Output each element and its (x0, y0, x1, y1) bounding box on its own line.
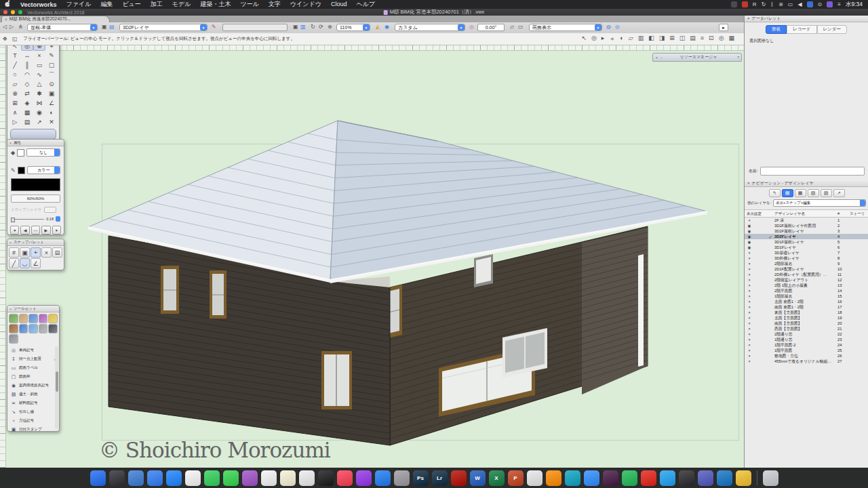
toolset-scrollbar[interactable] (55, 346, 58, 429)
dock-edge-icon[interactable] (565, 470, 580, 486)
dock-app-store-icon[interactable] (375, 470, 391, 486)
snap-tool-5[interactable]: ╱ (9, 258, 19, 268)
dock-messages-icon[interactable] (204, 470, 220, 486)
dock-acrobat-icon[interactable] (451, 470, 467, 486)
layer-doc-icon[interactable]: ▤ (109, 24, 115, 30)
basic-tool-2[interactable]: ⊕ (33, 45, 45, 51)
visibility-icon[interactable]: × (745, 316, 754, 320)
fit-view-icon[interactable]: ↻ (311, 24, 315, 30)
visibility-icon[interactable]: ◉ (745, 229, 754, 233)
menu-item-7[interactable]: 文字 (264, 1, 285, 7)
fill-style-selector[interactable]: なし (26, 148, 60, 157)
toolset-item-3[interactable]: ▢図面枠 (7, 372, 59, 381)
dock-photoshop-icon[interactable]: Ps (413, 470, 429, 486)
dock-music-icon[interactable] (337, 470, 353, 486)
line-thickness-menu-button[interactable] (56, 216, 60, 222)
visibility-icon[interactable]: × (745, 338, 754, 342)
dock-word-icon[interactable]: W (470, 470, 486, 486)
dock-lightroom-icon[interactable]: Lr (432, 470, 448, 486)
dock-itunes-icon[interactable] (242, 470, 258, 486)
nav-toolbar-icon-3[interactable]: ▧ (808, 189, 819, 197)
basic-tool-10[interactable]: ▭ (33, 60, 45, 70)
fill-swatch[interactable] (17, 149, 24, 157)
pen-swatch[interactable] (18, 167, 25, 174)
mode-icon-0[interactable]: ↖ (581, 35, 587, 43)
tab-record[interactable]: レコード (787, 25, 816, 34)
menu-item-0[interactable]: ファイル (62, 1, 96, 7)
marker-button-4[interactable]: ▾ (52, 226, 61, 235)
zoom-level-selector[interactable]: 110%▼ (336, 24, 370, 31)
basic-tool-12[interactable]: ○ (9, 70, 21, 79)
basic-tool-3[interactable]: ⌖ (45, 45, 58, 51)
nav-forward-icon[interactable]: ▷ (9, 24, 14, 30)
dock-chrome-icon[interactable] (527, 470, 542, 486)
fill-bucket-icon[interactable]: ◆ (11, 150, 15, 156)
basic-tool-31[interactable]: ◐ (45, 108, 58, 117)
projection-icon[interactable]: ◎ (615, 24, 620, 30)
close-icon[interactable]: × (656, 56, 658, 60)
dock-tv-icon[interactable] (318, 470, 334, 486)
basic-tool-4[interactable]: T (9, 51, 21, 60)
toolset-item-5[interactable]: ▨盛土・斜面 (7, 390, 59, 399)
mode-icon-6[interactable]: ▥ (638, 35, 644, 43)
page-icon[interactable]: ▱ (510, 24, 514, 30)
visibility-icon[interactable]: × (745, 256, 754, 260)
line-thickness-slider[interactable] (11, 219, 44, 220)
basic-tool-26[interactable]: ⋈ (33, 98, 45, 108)
mode-icon-1[interactable]: ◎ (591, 35, 597, 43)
volume-icon[interactable]: ◀ (797, 0, 802, 9)
collapse-icon[interactable]: − (660, 56, 663, 60)
dock-terminal-icon[interactable] (679, 470, 694, 486)
basic-tool-28[interactable]: ∧ (9, 108, 21, 117)
toolset-item-1[interactable]: ↧同一点上配置▸ (7, 354, 59, 363)
mode-icon-8[interactable]: ◨ (659, 35, 665, 43)
dock-teams-icon[interactable] (698, 470, 713, 486)
visibility-icon[interactable]: × (745, 310, 754, 314)
toolset-item-7[interactable]: ↘引出し線 (7, 407, 59, 416)
mode-icon-3[interactable]: ＋ (609, 35, 615, 43)
visibility-icon[interactable]: × (745, 300, 754, 304)
render-options-icon[interactable]: ◍ (606, 24, 611, 30)
basic-tool-16[interactable]: ▱ (9, 79, 21, 89)
basic-tool-30[interactable]: ◉ (33, 108, 45, 117)
minimize-window-button[interactable] (11, 10, 15, 14)
close-icon[interactable]: × (9, 141, 12, 145)
visibility-icon[interactable]: × (745, 354, 754, 358)
apple-menu-icon[interactable] (0, 0, 16, 9)
nav-toolbar-icon-5[interactable]: ↗ (833, 189, 845, 197)
visibility-icon[interactable]: ◉ (745, 235, 754, 239)
menu-clock[interactable]: 水9:34 (846, 1, 863, 9)
dock-photos-icon[interactable] (185, 470, 201, 486)
saved-view-selector[interactable] (222, 24, 288, 31)
close-icon[interactable]: × (747, 16, 750, 20)
dock-firefox-icon[interactable] (546, 470, 561, 486)
dock-vscode-icon[interactable] (717, 470, 732, 486)
toolset-category-6[interactable] (19, 324, 28, 333)
slider-knob[interactable] (11, 218, 15, 222)
visibility-icon[interactable]: × (745, 278, 754, 282)
nav-back-icon[interactable]: ◁ (3, 24, 7, 30)
toolset-category-8[interactable] (39, 324, 48, 333)
basic-tool-14[interactable]: ∿ (33, 70, 45, 79)
visibility-icon[interactable]: × (745, 262, 754, 266)
mode-icon-12[interactable]: ≡ (701, 35, 704, 43)
marker-button-0[interactable]: ▾ (10, 226, 19, 235)
document-tab[interactable]: × M邸 BIM化 推進本部2024070... (1, 16, 110, 22)
mode-icon-4[interactable]: ◐ (620, 35, 623, 43)
basic-tool-21[interactable]: ⇄ (21, 89, 33, 98)
navigation-header[interactable]: × ナビゲーション - デザインレイヤ (745, 180, 868, 187)
dock-youtube-icon[interactable] (641, 470, 656, 486)
dock-drive-icon[interactable] (736, 470, 751, 486)
bluetooth-icon[interactable]: ᛒ (770, 0, 774, 9)
basic-tool-19[interactable]: ⊙ (45, 79, 58, 89)
basic-tool-25[interactable]: ◈ (21, 98, 33, 108)
tab-shape[interactable]: 形状 (766, 25, 787, 34)
visibility-icon[interactable]: × (745, 294, 754, 298)
viewbar-expand-button[interactable]: ▸ (719, 24, 728, 31)
toolset-category-0[interactable] (9, 314, 18, 323)
render-mode-selector[interactable]: 画面表示▼ (529, 24, 602, 31)
flyover-center-icon[interactable]: ◱ (12, 36, 18, 42)
dock-trash-icon[interactable] (763, 470, 778, 486)
zoom-tool-icon[interactable]: ⊕ (328, 24, 332, 30)
dock-siri-icon[interactable] (109, 470, 125, 486)
